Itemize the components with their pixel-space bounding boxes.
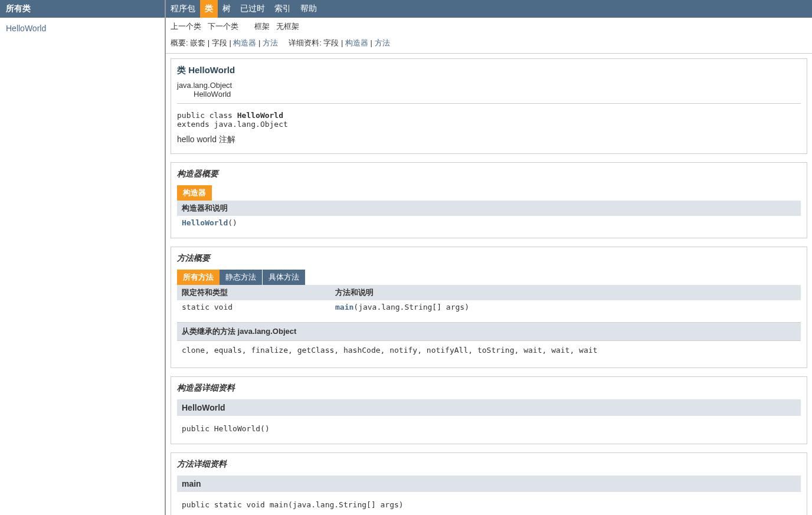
method-link-main[interactable]: main [335,303,353,311]
ctor-summary-table: 构造器和说明 HelloWorld() [177,201,801,229]
inheritance-tree: java.lang.Object HelloWorld [177,81,801,104]
inherited-methods-list: clone, equals, finalize, getClass, hashC… [177,341,801,359]
method-col2-header: 方法和说明 [330,285,801,300]
tab-concrete-methods[interactable]: 具体方法 [262,270,305,285]
next-class-link[interactable]: 下一个类 [208,22,238,31]
ctor-detail-sig: public HelloWorld() [182,424,796,433]
tab-static-methods[interactable]: 静态方法 [220,270,262,285]
nav-index[interactable]: 索引 [270,0,296,18]
method-detail-section: 方法详细资料 main public static void main(java… [171,452,807,515]
method-col1-header: 限定符和类型 [177,285,330,300]
ctor-link[interactable]: HelloWorld [182,218,228,227]
method-detail-sig: public static void main(java.lang.String… [182,500,796,509]
sidebar-panel: 所有类 HelloWorld [0,0,166,515]
method-detail-title: 方法详细资料 [177,459,801,470]
ctor-summary-section: 构造器概要 构造器 构造器和说明 HelloWorld() [171,162,807,238]
ctor-col-header: 构造器和说明 [177,201,801,216]
detail-method-link[interactable]: 方法 [375,38,390,47]
class-annotation: hello world 注解 [177,135,801,145]
ctor-detail-name: HelloWorld [177,399,801,416]
method-summary-title: 方法概要 [177,253,801,264]
inheritance-parent: java.lang.Object [177,81,801,90]
nav-deprecated[interactable]: 已过时 [235,0,270,18]
nav-tree[interactable]: 树 [218,0,235,18]
subnav-row1: 上一个类 下一个类 框架 无框架 [166,18,812,35]
overview-field: 字段 [212,38,227,47]
prev-class-link[interactable]: 上一个类 [171,22,201,31]
ctor-detail-section: 构造器详细资料 HelloWorld public HelloWorld() [171,376,807,444]
tab-all-methods[interactable]: 所有方法 [177,270,220,285]
nav-help[interactable]: 帮助 [296,0,322,18]
overview-ctor-link[interactable]: 构造器 [233,38,256,47]
nav-package[interactable]: 程序包 [166,0,200,18]
top-navbar: 程序包 类 树 已过时 索引 帮助 [166,0,812,18]
method-summary-table: 限定符和类型 方法和说明 static void main(java.lang.… [177,285,801,314]
detail-label: 详细资料: [289,38,322,47]
overview-label: 概要: [171,38,188,47]
class-header-section: 类 HelloWorld java.lang.Object HelloWorld… [171,58,807,154]
ctor-detail-title: 构造器详细资料 [177,383,801,393]
class-title: 类 HelloWorld [177,65,801,76]
inheritance-child: HelloWorld [177,90,801,99]
overview-method-link[interactable]: 方法 [263,38,278,47]
detail-ctor-link[interactable]: 构造器 [345,38,368,47]
method-modifier: static void [177,300,330,314]
main-panel: 程序包 类 树 已过时 索引 帮助 上一个类 下一个类 框架 无框架 概要: 嵌… [166,0,812,515]
noframes-link[interactable]: 无框架 [276,22,299,31]
detail-field: 字段 [323,38,339,47]
method-summary-section: 方法概要 所有方法 静态方法 具体方法 限定符和类型 方法和说明 static … [171,247,807,368]
ctor-tab[interactable]: 构造器 [177,185,212,201]
class-declaration: public class HelloWorld extends java.lan… [177,111,801,129]
overview-nested: 嵌套 [190,38,205,47]
inherited-methods-header: 从类继承的方法 java.lang.Object [177,322,801,341]
sidebar-header: 所有类 [0,0,165,18]
frames-link[interactable]: 框架 [254,22,270,31]
nav-class[interactable]: 类 [200,0,218,18]
ctor-summary-title: 构造器概要 [177,169,801,179]
method-detail-name: main [177,475,801,492]
subnav-row2: 概要: 嵌套 | 字段 | 构造器 | 方法 详细资料: 字段 | 构造器 | … [166,35,812,54]
sidebar-item-helloworld[interactable]: HelloWorld [6,24,46,33]
